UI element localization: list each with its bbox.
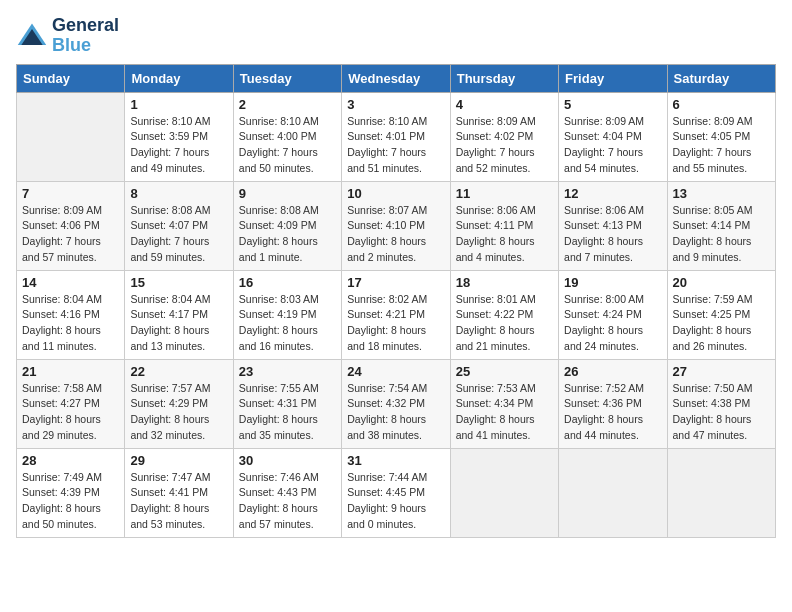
calendar-cell: 25 Sunrise: 7:53 AM Sunset: 4:34 PM Dayl…: [450, 359, 558, 448]
day-info: Sunrise: 8:03 AM Sunset: 4:19 PM Dayligh…: [239, 292, 336, 355]
day-number: 25: [456, 364, 553, 379]
day-number: 26: [564, 364, 661, 379]
logo-icon: [16, 20, 48, 52]
day-info: Sunrise: 8:08 AM Sunset: 4:09 PM Dayligh…: [239, 203, 336, 266]
calendar-cell: 22 Sunrise: 7:57 AM Sunset: 4:29 PM Dayl…: [125, 359, 233, 448]
calendar-cell: 27 Sunrise: 7:50 AM Sunset: 4:38 PM Dayl…: [667, 359, 775, 448]
day-number: 20: [673, 275, 770, 290]
day-number: 12: [564, 186, 661, 201]
calendar-cell: [17, 92, 125, 181]
day-number: 15: [130, 275, 227, 290]
day-info: Sunrise: 7:59 AM Sunset: 4:25 PM Dayligh…: [673, 292, 770, 355]
calendar-cell: 1 Sunrise: 8:10 AM Sunset: 3:59 PM Dayli…: [125, 92, 233, 181]
day-info: Sunrise: 8:09 AM Sunset: 4:02 PM Dayligh…: [456, 114, 553, 177]
day-number: 31: [347, 453, 444, 468]
day-number: 23: [239, 364, 336, 379]
day-info: Sunrise: 8:05 AM Sunset: 4:14 PM Dayligh…: [673, 203, 770, 266]
page-header: General Blue: [16, 16, 776, 56]
calendar-cell: 15 Sunrise: 8:04 AM Sunset: 4:17 PM Dayl…: [125, 270, 233, 359]
day-number: 24: [347, 364, 444, 379]
calendar-cell: 3 Sunrise: 8:10 AM Sunset: 4:01 PM Dayli…: [342, 92, 450, 181]
calendar-cell: 29 Sunrise: 7:47 AM Sunset: 4:41 PM Dayl…: [125, 448, 233, 537]
day-number: 3: [347, 97, 444, 112]
day-info: Sunrise: 8:10 AM Sunset: 4:01 PM Dayligh…: [347, 114, 444, 177]
day-number: 7: [22, 186, 119, 201]
calendar-cell: 30 Sunrise: 7:46 AM Sunset: 4:43 PM Dayl…: [233, 448, 341, 537]
day-info: Sunrise: 8:09 AM Sunset: 4:06 PM Dayligh…: [22, 203, 119, 266]
day-number: 18: [456, 275, 553, 290]
calendar-cell: 16 Sunrise: 8:03 AM Sunset: 4:19 PM Dayl…: [233, 270, 341, 359]
calendar-week-1: 1 Sunrise: 8:10 AM Sunset: 3:59 PM Dayli…: [17, 92, 776, 181]
calendar-cell: 11 Sunrise: 8:06 AM Sunset: 4:11 PM Dayl…: [450, 181, 558, 270]
day-number: 16: [239, 275, 336, 290]
day-number: 17: [347, 275, 444, 290]
day-info: Sunrise: 8:09 AM Sunset: 4:04 PM Dayligh…: [564, 114, 661, 177]
day-number: 5: [564, 97, 661, 112]
day-number: 9: [239, 186, 336, 201]
day-info: Sunrise: 7:54 AM Sunset: 4:32 PM Dayligh…: [347, 381, 444, 444]
day-info: Sunrise: 7:53 AM Sunset: 4:34 PM Dayligh…: [456, 381, 553, 444]
day-info: Sunrise: 7:58 AM Sunset: 4:27 PM Dayligh…: [22, 381, 119, 444]
day-number: 21: [22, 364, 119, 379]
calendar-cell: 7 Sunrise: 8:09 AM Sunset: 4:06 PM Dayli…: [17, 181, 125, 270]
day-info: Sunrise: 7:50 AM Sunset: 4:38 PM Dayligh…: [673, 381, 770, 444]
day-info: Sunrise: 8:04 AM Sunset: 4:17 PM Dayligh…: [130, 292, 227, 355]
day-info: Sunrise: 8:06 AM Sunset: 4:13 PM Dayligh…: [564, 203, 661, 266]
day-number: 22: [130, 364, 227, 379]
day-info: Sunrise: 7:55 AM Sunset: 4:31 PM Dayligh…: [239, 381, 336, 444]
calendar-cell: 26 Sunrise: 7:52 AM Sunset: 4:36 PM Dayl…: [559, 359, 667, 448]
day-info: Sunrise: 7:46 AM Sunset: 4:43 PM Dayligh…: [239, 470, 336, 533]
day-header-tuesday: Tuesday: [233, 64, 341, 92]
calendar-cell: 19 Sunrise: 8:00 AM Sunset: 4:24 PM Dayl…: [559, 270, 667, 359]
day-number: 19: [564, 275, 661, 290]
day-info: Sunrise: 8:07 AM Sunset: 4:10 PM Dayligh…: [347, 203, 444, 266]
calendar-cell: 6 Sunrise: 8:09 AM Sunset: 4:05 PM Dayli…: [667, 92, 775, 181]
calendar-cell: [450, 448, 558, 537]
calendar-cell: 28 Sunrise: 7:49 AM Sunset: 4:39 PM Dayl…: [17, 448, 125, 537]
day-number: 30: [239, 453, 336, 468]
day-info: Sunrise: 7:47 AM Sunset: 4:41 PM Dayligh…: [130, 470, 227, 533]
day-info: Sunrise: 8:01 AM Sunset: 4:22 PM Dayligh…: [456, 292, 553, 355]
calendar-cell: 5 Sunrise: 8:09 AM Sunset: 4:04 PM Dayli…: [559, 92, 667, 181]
calendar-cell: 20 Sunrise: 7:59 AM Sunset: 4:25 PM Dayl…: [667, 270, 775, 359]
day-header-sunday: Sunday: [17, 64, 125, 92]
day-number: 28: [22, 453, 119, 468]
calendar-cell: 21 Sunrise: 7:58 AM Sunset: 4:27 PM Dayl…: [17, 359, 125, 448]
day-info: Sunrise: 7:57 AM Sunset: 4:29 PM Dayligh…: [130, 381, 227, 444]
calendar-cell: 18 Sunrise: 8:01 AM Sunset: 4:22 PM Dayl…: [450, 270, 558, 359]
day-number: 14: [22, 275, 119, 290]
calendar-body: 1 Sunrise: 8:10 AM Sunset: 3:59 PM Dayli…: [17, 92, 776, 537]
day-header-friday: Friday: [559, 64, 667, 92]
day-number: 13: [673, 186, 770, 201]
calendar-cell: 17 Sunrise: 8:02 AM Sunset: 4:21 PM Dayl…: [342, 270, 450, 359]
day-info: Sunrise: 8:09 AM Sunset: 4:05 PM Dayligh…: [673, 114, 770, 177]
day-number: 1: [130, 97, 227, 112]
day-number: 10: [347, 186, 444, 201]
calendar-week-2: 7 Sunrise: 8:09 AM Sunset: 4:06 PM Dayli…: [17, 181, 776, 270]
day-number: 8: [130, 186, 227, 201]
calendar-week-4: 21 Sunrise: 7:58 AM Sunset: 4:27 PM Dayl…: [17, 359, 776, 448]
calendar-cell: 13 Sunrise: 8:05 AM Sunset: 4:14 PM Dayl…: [667, 181, 775, 270]
day-info: Sunrise: 8:08 AM Sunset: 4:07 PM Dayligh…: [130, 203, 227, 266]
calendar-cell: 31 Sunrise: 7:44 AM Sunset: 4:45 PM Dayl…: [342, 448, 450, 537]
day-info: Sunrise: 7:52 AM Sunset: 4:36 PM Dayligh…: [564, 381, 661, 444]
calendar-table: SundayMondayTuesdayWednesdayThursdayFrid…: [16, 64, 776, 538]
logo-text: General Blue: [52, 16, 119, 56]
day-info: Sunrise: 7:49 AM Sunset: 4:39 PM Dayligh…: [22, 470, 119, 533]
calendar-header: SundayMondayTuesdayWednesdayThursdayFrid…: [17, 64, 776, 92]
day-number: 27: [673, 364, 770, 379]
calendar-week-3: 14 Sunrise: 8:04 AM Sunset: 4:16 PM Dayl…: [17, 270, 776, 359]
day-header-monday: Monday: [125, 64, 233, 92]
calendar-cell: [667, 448, 775, 537]
day-info: Sunrise: 8:10 AM Sunset: 3:59 PM Dayligh…: [130, 114, 227, 177]
day-info: Sunrise: 7:44 AM Sunset: 4:45 PM Dayligh…: [347, 470, 444, 533]
calendar-cell: 12 Sunrise: 8:06 AM Sunset: 4:13 PM Dayl…: [559, 181, 667, 270]
day-header-saturday: Saturday: [667, 64, 775, 92]
calendar-cell: 24 Sunrise: 7:54 AM Sunset: 4:32 PM Dayl…: [342, 359, 450, 448]
day-info: Sunrise: 8:10 AM Sunset: 4:00 PM Dayligh…: [239, 114, 336, 177]
logo: General Blue: [16, 16, 119, 56]
day-info: Sunrise: 8:04 AM Sunset: 4:16 PM Dayligh…: [22, 292, 119, 355]
day-number: 2: [239, 97, 336, 112]
day-header-thursday: Thursday: [450, 64, 558, 92]
day-info: Sunrise: 8:02 AM Sunset: 4:21 PM Dayligh…: [347, 292, 444, 355]
